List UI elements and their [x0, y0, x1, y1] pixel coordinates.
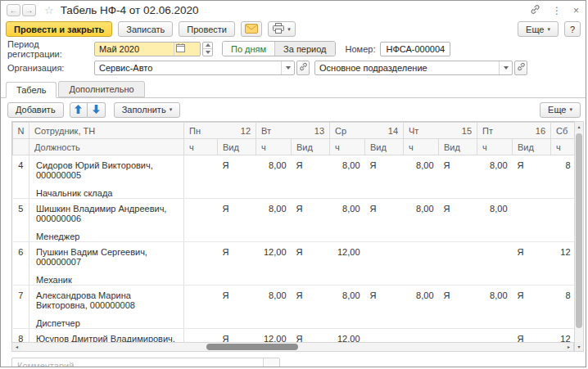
move-down-button[interactable] [88, 102, 106, 118]
day-hours-cell[interactable]: 8,00 [330, 286, 365, 329]
day-type-cell[interactable]: Я [218, 199, 256, 242]
day-hours-cell[interactable] [404, 242, 439, 286]
day-type-cell[interactable] [365, 329, 404, 343]
add-row-button[interactable]: Добавить [7, 102, 64, 118]
day-hours-cell[interactable] [184, 242, 218, 286]
day-type-cell[interactable]: Я [292, 329, 330, 343]
day-hours-cell[interactable]: 8,00 [256, 199, 292, 242]
scroll-up-arrow[interactable]: ▴ [575, 122, 583, 131]
day-hours-cell[interactable]: 12,00 [330, 242, 365, 286]
day-hours-cell[interactable]: 8,00 [330, 199, 365, 242]
day-type-cell[interactable] [439, 329, 477, 343]
day-type-cell[interactable] [365, 242, 404, 286]
move-up-button[interactable] [70, 102, 88, 118]
scroll-down-arrow[interactable]: ▾ [575, 342, 583, 351]
day-hours-cell[interactable] [551, 199, 574, 242]
day-hours-cell[interactable] [404, 329, 439, 343]
day-hours-cell[interactable] [184, 286, 218, 329]
department-dropdown-button[interactable] [499, 61, 512, 74]
day-type-cell[interactable]: Я [292, 199, 330, 242]
day-type-cell[interactable]: Я [513, 155, 551, 199]
day-hours-cell[interactable]: 8,00 [477, 286, 513, 329]
day-type-cell[interactable]: Я [218, 242, 256, 286]
scroll-right-arrow[interactable]: ▸ [564, 343, 573, 351]
close-icon[interactable]: × [573, 5, 579, 16]
organization-input[interactable] [95, 62, 281, 74]
post-and-close-button[interactable]: Провести и закрыть [6, 21, 112, 37]
day-type-cell[interactable]: Я [218, 286, 256, 329]
organization-dropdown-button[interactable] [281, 61, 294, 74]
horizontal-scroll-thumb[interactable] [206, 344, 298, 350]
post-button[interactable]: Провести [179, 21, 235, 37]
day-hours-cell[interactable] [184, 199, 218, 242]
tab-timesheet[interactable]: Табель [6, 82, 57, 98]
day-type-cell[interactable] [513, 199, 551, 242]
tab-additional[interactable]: Дополнительно [58, 81, 144, 97]
department-link-button[interactable] [514, 61, 527, 75]
day-hours-cell[interactable]: 8,00 [256, 286, 292, 329]
day-hours-cell[interactable]: 12 [551, 329, 574, 343]
day-type-cell[interactable]: Я [513, 286, 551, 329]
employee-cell[interactable]: Шишкин Владимир Андреевич, 000000006Мене… [29, 199, 184, 242]
comment-ellipsis-button[interactable]: ... [263, 358, 279, 367]
employee-cell[interactable]: Александрова Марина Викторовна, 00000000… [29, 286, 184, 329]
save-button[interactable]: Записать [118, 21, 173, 37]
period-input[interactable] [95, 43, 174, 55]
day-hours-cell[interactable]: 8 [551, 286, 574, 329]
link-icon[interactable] [530, 4, 541, 16]
envelope-button[interactable] [241, 21, 262, 37]
day-hours-cell[interactable] [477, 242, 513, 286]
vertical-scrollbar[interactable]: ▴ ▾ [574, 121, 584, 352]
day-type-cell[interactable]: Я [292, 242, 330, 286]
day-hours-cell[interactable]: 12,00 [256, 329, 292, 343]
day-hours-cell[interactable]: 8,00 [477, 155, 513, 199]
employee-cell[interactable]: Пушкин Вадим Сергеевич, 000000007Механик [29, 242, 184, 286]
day-hours-cell[interactable]: 12,00 [330, 329, 365, 343]
comment-input[interactable] [12, 361, 263, 367]
day-hours-cell[interactable]: 8,00 [477, 199, 513, 242]
day-type-cell[interactable]: Я [292, 155, 330, 199]
by-period-toggle[interactable]: За период [275, 42, 334, 56]
fill-button[interactable]: Заполнить▾ [114, 102, 181, 118]
day-type-cell[interactable]: Я [218, 329, 256, 343]
day-hours-cell[interactable]: 8,00 [404, 286, 439, 329]
day-type-cell[interactable]: Я [292, 286, 330, 329]
day-hours-cell[interactable] [184, 329, 218, 343]
more-button-grid[interactable]: Еще▾ [540, 102, 581, 118]
more-button-top[interactable]: Еще▾ [518, 21, 559, 37]
day-type-cell[interactable] [439, 242, 477, 286]
by-days-toggle[interactable]: По дням [223, 42, 275, 56]
day-hours-cell[interactable]: 12 [551, 242, 574, 286]
day-hours-cell[interactable]: 8,00 [256, 155, 292, 199]
organization-link-button[interactable] [296, 61, 310, 75]
help-button[interactable]: ? [564, 21, 581, 37]
spin-down-button[interactable] [203, 49, 212, 56]
day-type-cell[interactable]: Я [218, 155, 256, 199]
day-hours-cell[interactable] [477, 329, 513, 343]
spin-up-button[interactable] [203, 43, 212, 50]
forward-button[interactable]: → [22, 4, 36, 16]
day-type-cell[interactable]: Я [439, 199, 477, 242]
day-hours-cell[interactable]: 8,00 [404, 199, 439, 242]
day-hours-cell[interactable] [184, 155, 218, 199]
scroll-left-arrow[interactable]: ◂ [12, 343, 21, 351]
day-type-cell[interactable]: Я [365, 286, 404, 329]
day-type-cell[interactable]: Я [513, 329, 551, 343]
day-type-cell[interactable]: Я [439, 286, 477, 329]
day-type-cell[interactable]: Я [439, 155, 477, 199]
vertical-scroll-thumb[interactable] [576, 133, 582, 328]
calendar-button[interactable] [174, 43, 187, 56]
day-hours-cell[interactable]: 8 [551, 155, 574, 199]
day-type-cell[interactable]: Я [365, 199, 404, 242]
horizontal-scrollbar[interactable]: ◂ ▸ [11, 342, 574, 352]
employee-cell[interactable]: Юсупов Дмитрий Владимирович, 000000010 [29, 329, 184, 343]
employee-cell[interactable]: Сидоров Юрий Викторович, 000000005Началь… [29, 155, 184, 199]
day-hours-cell[interactable]: 12,00 [256, 242, 292, 286]
day-type-cell[interactable]: Я [513, 242, 551, 286]
kebab-menu-icon[interactable]: ⋮ [552, 5, 562, 16]
department-input[interactable] [315, 62, 499, 74]
back-button[interactable]: ← [7, 4, 20, 16]
star-icon[interactable]: ☆ [44, 4, 54, 16]
day-hours-cell[interactable]: 8,00 [330, 155, 365, 199]
day-type-cell[interactable]: Я [365, 155, 404, 199]
